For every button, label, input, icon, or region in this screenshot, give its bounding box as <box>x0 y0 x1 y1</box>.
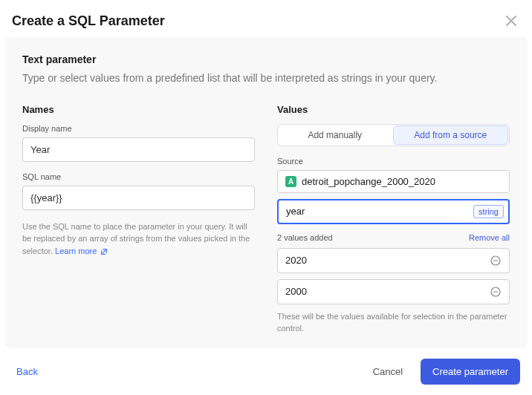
display-name-label: Display name <box>22 124 255 133</box>
sql-name-input[interactable] <box>22 186 255 210</box>
toggle-add-manually[interactable]: Add manually <box>278 125 392 146</box>
remove-all-button[interactable]: Remove all <box>469 233 510 242</box>
learn-more-label: Learn more <box>55 247 97 255</box>
values-column: Values Add manually Add from a source So… <box>277 104 510 335</box>
remove-value-button[interactable] <box>490 286 502 298</box>
values-section-label: Values <box>277 104 510 115</box>
values-mode-toggle: Add manually Add from a source <box>277 124 510 146</box>
values-count: 2 values added <box>277 233 333 242</box>
source-value: detroit_popchange_2000_2020 <box>302 176 435 187</box>
modal-title: Create a SQL Parameter <box>12 13 165 29</box>
type-badge: string <box>473 205 504 218</box>
value-row: 2000 <box>277 279 510 304</box>
names-section-label: Names <box>22 104 255 115</box>
source-label: Source <box>277 157 510 166</box>
value-row: 2020 <box>277 248 510 273</box>
sql-name-label: SQL name <box>22 172 255 181</box>
source-column-value: year <box>286 206 305 217</box>
toggle-add-from-source[interactable]: Add from a source <box>393 125 509 145</box>
remove-circle-icon <box>490 287 501 297</box>
values-help-text: These will be the values available for s… <box>277 310 510 335</box>
learn-more-link[interactable]: Learn more <box>55 247 108 255</box>
external-link-icon <box>100 248 108 255</box>
remove-circle-icon <box>490 255 501 266</box>
value-text: 2000 <box>285 286 307 297</box>
source-badge-icon: A <box>285 176 296 187</box>
source-select[interactable]: A detroit_popchange_2000_2020 <box>277 170 510 193</box>
remove-value-button[interactable] <box>490 255 502 267</box>
cancel-button[interactable]: Cancel <box>363 360 413 383</box>
display-name-input[interactable] <box>22 137 255 162</box>
main-panel: Text parameter Type or select values fro… <box>4 37 528 348</box>
close-button[interactable] <box>502 12 520 30</box>
modal-header: Create a SQL Parameter <box>0 0 532 37</box>
source-column-select[interactable]: year string <box>277 199 510 224</box>
back-button[interactable]: Back <box>16 366 38 377</box>
names-column: Names Display name SQL name Use the SQL … <box>22 104 255 335</box>
panel-description: Type or select values from a predefined … <box>22 71 510 86</box>
value-text: 2020 <box>285 255 307 266</box>
modal-footer: Back Cancel Create parameter <box>0 348 532 395</box>
values-meta-row: 2 values added Remove all <box>277 233 510 242</box>
close-icon <box>506 16 516 26</box>
create-parameter-button[interactable]: Create parameter <box>421 359 520 385</box>
names-help-text: Use the SQL name to place the parameter … <box>22 221 255 258</box>
panel-title: Text parameter <box>22 53 510 65</box>
